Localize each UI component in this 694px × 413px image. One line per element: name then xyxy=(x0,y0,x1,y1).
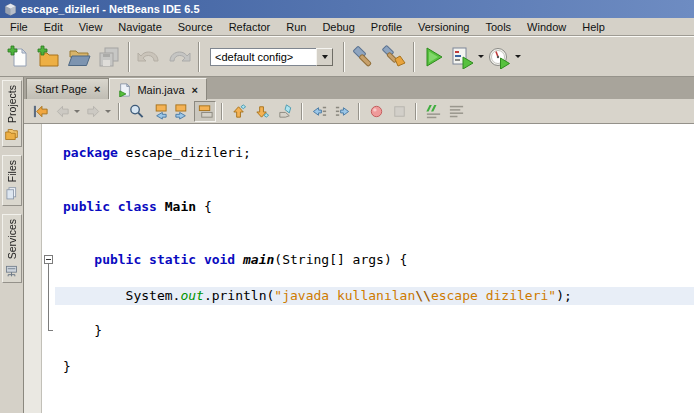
build-icon xyxy=(352,45,376,69)
toolbar-separator xyxy=(413,42,415,72)
profile-project-button[interactable] xyxy=(486,42,523,72)
new-project-icon xyxy=(37,45,61,69)
stop-macro-icon xyxy=(391,103,408,120)
run-project-button[interactable] xyxy=(419,42,449,72)
code-line-7[interactable]: public static void main(String[] args) { xyxy=(55,251,694,269)
code-line-3[interactable] xyxy=(55,180,694,198)
main-toolbar: <default config> xyxy=(0,36,694,77)
sidebar-item-label: Files xyxy=(6,160,18,182)
menu-help[interactable]: Help xyxy=(574,19,613,35)
editor-gutter[interactable] xyxy=(24,124,42,413)
code-token: { xyxy=(196,199,212,214)
forward-button[interactable] xyxy=(83,101,113,122)
menu-debug[interactable]: Debug xyxy=(314,19,362,35)
back-button[interactable] xyxy=(52,101,82,122)
code-line-4[interactable]: public class Main { xyxy=(55,198,694,216)
menu-versioning[interactable]: Versioning xyxy=(410,19,477,35)
find-selection-button[interactable] xyxy=(125,101,147,122)
new-file-button[interactable] xyxy=(4,42,34,72)
code-area[interactable]: package escape_dizileri;public class Mai… xyxy=(55,144,694,376)
find-next-icon xyxy=(174,103,191,120)
toolbar-separator xyxy=(358,103,360,120)
find-previous-button[interactable] xyxy=(148,101,170,122)
code-line-13[interactable]: } xyxy=(55,358,694,376)
build-project-button[interactable] xyxy=(349,42,379,72)
next-bookmark-icon xyxy=(254,103,271,120)
code-line-5[interactable] xyxy=(55,215,694,233)
dropdown-arrow-icon xyxy=(478,55,484,61)
code-line-2[interactable] xyxy=(55,162,694,180)
new-file-icon xyxy=(7,45,31,69)
code-editor[interactable]: package escape_dizileri;public class Mai… xyxy=(24,124,694,413)
menu-navigate[interactable]: Navigate xyxy=(110,19,169,35)
start-macro-recording-button[interactable] xyxy=(365,101,387,122)
menu-tools[interactable]: Tools xyxy=(477,19,519,35)
menu-source[interactable]: Source xyxy=(170,19,221,35)
dropdown-arrow-icon xyxy=(515,55,521,61)
projects-icon xyxy=(4,127,19,142)
shift-line-left-button[interactable] xyxy=(308,101,330,122)
menu-profile[interactable]: Profile xyxy=(363,19,410,35)
code-token: } xyxy=(63,359,71,374)
menu-file[interactable]: File xyxy=(2,19,36,35)
uncomment-icon xyxy=(448,103,465,120)
code-token: .println( xyxy=(204,288,274,303)
comment-icon xyxy=(425,103,442,120)
config-combo-dropdown-button[interactable] xyxy=(316,48,333,66)
files-icon xyxy=(4,186,19,201)
find-next-button[interactable] xyxy=(171,101,193,122)
open-project-button[interactable] xyxy=(64,42,94,72)
code-line-12[interactable] xyxy=(55,340,694,358)
previous-bookmark-button[interactable] xyxy=(228,101,250,122)
menu-refactor[interactable]: Refactor xyxy=(221,19,279,35)
tab-main-java[interactable]: Main.java× xyxy=(109,78,207,100)
debug-project-button[interactable] xyxy=(449,42,486,72)
toggle-bookmark-button[interactable] xyxy=(274,101,296,122)
shift-line-right-button[interactable] xyxy=(331,101,353,122)
code-token: out xyxy=(180,288,203,303)
save-all-button[interactable] xyxy=(94,42,124,72)
toolbar-separator xyxy=(198,42,200,72)
stop-macro-recording-button[interactable] xyxy=(388,101,410,122)
sidebar-item-projects[interactable]: Projects xyxy=(2,80,22,147)
clean-and-build-project-button[interactable] xyxy=(379,42,409,72)
shift-left-icon xyxy=(311,103,328,120)
tab-close-icon[interactable]: × xyxy=(94,84,100,94)
menu-window[interactable]: Window xyxy=(519,19,574,35)
code-token: escape_dizileri; xyxy=(118,145,251,160)
tab-close-icon[interactable]: × xyxy=(192,85,198,95)
code-token: System. xyxy=(63,288,180,303)
sidebar-item-label: Projects xyxy=(6,85,18,123)
code-line-11[interactable]: } xyxy=(55,322,694,340)
last-edit-location-button[interactable] xyxy=(29,101,51,122)
code-line-1[interactable]: package escape_dizileri; xyxy=(55,144,694,162)
new-project-button[interactable] xyxy=(34,42,64,72)
document-tab-row: Start Page×Main.java× xyxy=(24,77,694,99)
code-token: "javada kullanılan xyxy=(274,288,415,303)
highlight-icon xyxy=(197,103,214,120)
code-token xyxy=(63,252,94,267)
tab-start-page[interactable]: Start Page× xyxy=(26,78,109,99)
uncomment-button[interactable] xyxy=(445,101,467,122)
minimized-panel-rail: ProjectsFilesServices xyxy=(0,77,24,413)
code-line-8[interactable] xyxy=(55,269,694,287)
menu-edit[interactable]: Edit xyxy=(36,19,71,35)
next-bookmark-button[interactable] xyxy=(251,101,273,122)
undo-button[interactable] xyxy=(134,42,164,72)
comment-button[interactable] xyxy=(422,101,444,122)
main-column: Start Page×Main.java× package escape_diz… xyxy=(24,77,694,413)
menu-run[interactable]: Run xyxy=(278,19,314,35)
menu-view[interactable]: View xyxy=(71,19,111,35)
config-combo[interactable]: <default config> xyxy=(210,48,333,66)
code-line-9[interactable]: System.out.println("javada kullanılan\\e… xyxy=(55,287,694,305)
sidebar-item-services[interactable]: Services xyxy=(2,214,22,283)
redo-button[interactable] xyxy=(164,42,194,72)
sidebar-item-files[interactable]: Files xyxy=(2,155,22,206)
undo-icon xyxy=(137,45,161,69)
code-line-6[interactable] xyxy=(55,233,694,251)
toolbar-separator xyxy=(343,42,345,72)
toggle-highlight-search-button[interactable] xyxy=(194,101,216,122)
code-token: Main xyxy=(165,199,196,214)
code-line-10[interactable] xyxy=(55,305,694,323)
toolbar-separator xyxy=(128,42,130,72)
